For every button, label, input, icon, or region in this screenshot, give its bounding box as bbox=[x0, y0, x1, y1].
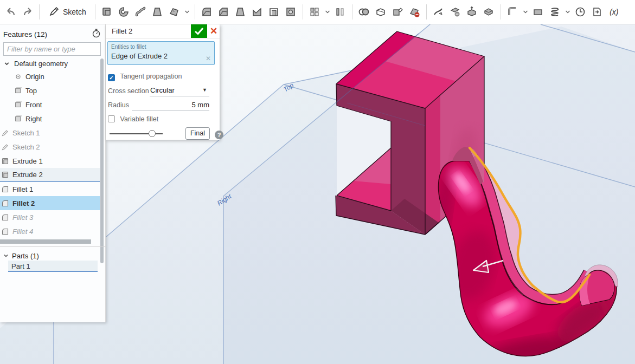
variable-fillet-row[interactable]: Variable fillet bbox=[108, 115, 158, 123]
feature-item-fillet-1[interactable]: Fillet 1 bbox=[0, 182, 100, 196]
flatten-icon[interactable] bbox=[530, 3, 547, 21]
extrude-icon bbox=[2, 171, 9, 178]
parts-title: Parts (1) bbox=[12, 252, 39, 260]
variable-fillet-checkbox[interactable] bbox=[108, 115, 115, 122]
revolve-icon[interactable] bbox=[116, 3, 132, 21]
feature-item-label: Fillet 3 bbox=[12, 213, 33, 222]
chamfer-icon[interactable] bbox=[215, 3, 232, 21]
rib-icon[interactable] bbox=[249, 3, 266, 21]
clear-selection-icon[interactable]: ✕ bbox=[206, 55, 211, 62]
sketch-icon bbox=[2, 144, 9, 151]
feature-item-extrude-2[interactable]: Extrude 2 bbox=[0, 168, 100, 182]
feature-item-label: Top bbox=[25, 87, 37, 95]
sketch-button-label: Sketch bbox=[63, 8, 86, 16]
feature-item-fillet-4[interactable]: Fillet 4 bbox=[0, 224, 100, 238]
redo-icon[interactable] bbox=[19, 3, 36, 21]
chevron-down-icon[interactable] bbox=[3, 252, 9, 260]
feature-item-top[interactable]: Top bbox=[0, 83, 100, 98]
toolbar: Sketch(x) bbox=[0, 0, 635, 24]
confirm-button[interactable] bbox=[191, 24, 207, 38]
surface-icon[interactable] bbox=[480, 3, 497, 21]
part-item-part1[interactable]: Part 1 bbox=[8, 261, 98, 272]
part-item-label: Part 1 bbox=[11, 262, 30, 270]
measure-icon[interactable] bbox=[572, 3, 589, 21]
undo-icon[interactable] bbox=[2, 3, 19, 21]
features-horizontal-scrollbar[interactable] bbox=[0, 239, 91, 244]
features-vertical-scrollbar[interactable] bbox=[100, 58, 104, 263]
feature-item-sketch-2[interactable]: Sketch 2 bbox=[0, 140, 100, 154]
feature-item-label: Extrude 1 bbox=[12, 157, 43, 165]
feature-item-label: Default geometry bbox=[14, 60, 68, 68]
import-icon[interactable] bbox=[589, 3, 606, 21]
linear-pattern-icon[interactable] bbox=[306, 3, 323, 21]
transform-icon[interactable] bbox=[464, 3, 480, 21]
radius-input[interactable]: 5 mm bbox=[132, 101, 209, 109]
dropdown-caret-icon[interactable] bbox=[323, 3, 332, 21]
delete-face-icon[interactable] bbox=[406, 3, 423, 21]
tangent-propagation-label: Tangent propagation bbox=[120, 73, 182, 80]
entities-label: Entities to fillet bbox=[111, 44, 211, 50]
tangent-propagation-row[interactable]: ✓ Tangent propagation bbox=[108, 73, 182, 81]
fillet-icon[interactable] bbox=[198, 3, 215, 21]
mirror-icon[interactable] bbox=[332, 3, 349, 21]
dropdown-caret-icon[interactable] bbox=[563, 3, 572, 21]
feature-item-right[interactable]: Right bbox=[0, 112, 100, 126]
features-panel-title: Features (12) bbox=[3, 30, 47, 38]
cross-section-caret-icon[interactable]: ▼ bbox=[202, 87, 207, 93]
extrude-icon[interactable] bbox=[99, 3, 116, 21]
dialog-title: Fillet 2 bbox=[112, 27, 191, 35]
feature-item-label: Fillet 1 bbox=[12, 185, 33, 193]
feature-item-front[interactable]: Front bbox=[0, 98, 100, 112]
fillet-icon bbox=[2, 228, 9, 235]
toolbar-separator bbox=[426, 4, 427, 20]
final-button[interactable]: Final bbox=[185, 127, 210, 140]
enclose-icon[interactable] bbox=[373, 3, 389, 21]
toolbar-separator bbox=[95, 4, 95, 20]
fillet-icon bbox=[2, 214, 9, 221]
modify-fillet-icon[interactable] bbox=[389, 3, 406, 21]
history-stopwatch-icon[interactable] bbox=[92, 29, 101, 40]
hole-icon[interactable] bbox=[283, 3, 299, 21]
sketch-icon bbox=[2, 129, 9, 136]
tangent-propagation-checkbox[interactable]: ✓ bbox=[108, 74, 115, 81]
variable-icon[interactable]: (x) bbox=[606, 3, 623, 21]
feature-item-extrude-1[interactable]: Extrude 1 bbox=[0, 154, 100, 168]
filter-input[interactable] bbox=[3, 42, 101, 56]
features-panel: Features (12) Default geometryOriginTopF… bbox=[0, 24, 106, 322]
helix-icon[interactable] bbox=[547, 3, 563, 21]
feature-item-origin[interactable]: Origin bbox=[0, 69, 100, 83]
toolbar-separator bbox=[501, 4, 501, 20]
radius-label: Radius bbox=[108, 101, 129, 109]
delete-part-icon[interactable] bbox=[447, 3, 464, 21]
entities-value: Edge of Extrude 2 bbox=[111, 52, 211, 60]
pencil-icon bbox=[48, 5, 60, 19]
feature-item-label: Sketch 1 bbox=[12, 129, 40, 137]
loft-icon[interactable] bbox=[149, 3, 166, 21]
feature-item-fillet-3[interactable]: Fillet 3 bbox=[0, 210, 100, 224]
rollback-slider-knob[interactable] bbox=[149, 130, 156, 137]
feature-item-label: Origin bbox=[25, 73, 44, 81]
entities-to-fillet-field[interactable]: Entities to fillet Edge of Extrude 2 ✕ bbox=[107, 41, 215, 65]
move-face-icon[interactable] bbox=[430, 3, 447, 21]
cross-section-select[interactable]: Circular bbox=[150, 86, 175, 94]
feature-item-fillet-2[interactable]: Fillet 2 bbox=[0, 196, 100, 210]
draft-icon[interactable] bbox=[232, 3, 249, 21]
toolbar-separator bbox=[39, 4, 40, 20]
cancel-button[interactable]: ✕ bbox=[209, 24, 219, 38]
feature-item-default-geometry[interactable]: Default geometry bbox=[0, 58, 100, 69]
feature-item-sketch-1[interactable]: Sketch 1 bbox=[0, 126, 100, 140]
dropdown-caret-icon[interactable] bbox=[183, 3, 191, 21]
sweep-icon[interactable] bbox=[132, 3, 149, 21]
sheet-metal-icon[interactable] bbox=[504, 3, 521, 21]
plane-icon bbox=[15, 115, 22, 122]
thicken-icon[interactable] bbox=[166, 3, 183, 21]
feature-item-label: Fillet 4 bbox=[12, 227, 33, 236]
fillet-dialog: Fillet 2 ✕ Entities to fillet Edge of Ex… bbox=[106, 24, 220, 140]
cross-section-label: Cross section bbox=[108, 87, 149, 95]
dropdown-caret-icon[interactable] bbox=[521, 3, 530, 21]
sketch-button[interactable]: Sketch bbox=[43, 0, 92, 24]
help-icon[interactable]: ? bbox=[215, 131, 223, 139]
feature-item-label: Right bbox=[25, 115, 42, 123]
shell-icon[interactable] bbox=[266, 3, 283, 21]
boolean-icon[interactable] bbox=[356, 3, 373, 21]
